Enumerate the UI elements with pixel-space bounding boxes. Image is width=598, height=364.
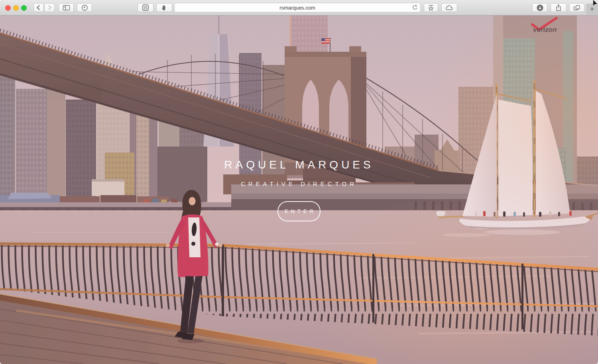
share-icon [555, 4, 562, 12]
star-bar-icon [427, 4, 435, 11]
reload-icon [412, 4, 418, 11]
downloads-button[interactable] [532, 3, 547, 12]
keypad-grid-icon [142, 4, 149, 11]
download-icon [536, 4, 544, 12]
share-button[interactable] [551, 3, 567, 12]
browser-toolbar: rsmarques.com [0, 0, 598, 16]
back-chevron-icon [35, 4, 42, 11]
back-button[interactable] [33, 3, 44, 12]
zoom-window-button[interactable] [21, 5, 27, 11]
sidebar-icon [63, 4, 70, 11]
enter-button[interactable]: ENTER [277, 201, 321, 221]
cloud-icon [445, 4, 453, 11]
reload-button[interactable] [412, 4, 418, 11]
pink-overlay [0, 15, 598, 364]
address-bar[interactable]: rsmarques.com [174, 3, 421, 12]
favorites-bar-button[interactable] [424, 3, 438, 12]
extension-grid-button[interactable] [138, 3, 153, 12]
url-text: rsmarques.com [279, 5, 315, 11]
tabs-icon [573, 4, 581, 11]
history-button[interactable] [77, 3, 92, 12]
plus-glyph: + [590, 5, 594, 14]
close-window-button[interactable] [5, 5, 11, 11]
forward-chevron-icon [46, 4, 53, 11]
forward-button[interactable] [44, 3, 55, 12]
clock-icon [81, 4, 88, 11]
safari-window: rsmarques.com [0, 0, 598, 364]
stop-hand-icon [161, 4, 168, 11]
extension-blocker-button[interactable] [156, 3, 172, 12]
mouse-cursor [593, 0, 598, 6]
icloud-tabs-button[interactable] [441, 3, 457, 12]
hero-background-photo: verizon [0, 15, 598, 364]
tab-overview-button[interactable] [569, 3, 584, 12]
sidebar-button[interactable] [59, 3, 74, 12]
minimize-window-button[interactable] [13, 5, 19, 11]
